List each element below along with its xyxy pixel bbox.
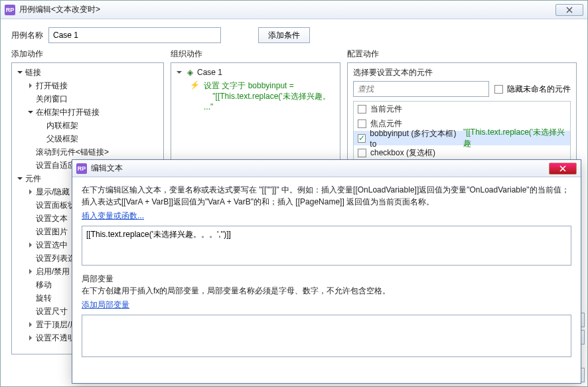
tree-node-label: 打开链接	[35, 80, 68, 92]
widget-search-input[interactable]	[353, 81, 489, 97]
widget-list: 当前元件焦点元件✓bobbyinput (多行文本框) to "[[This.t…	[353, 101, 571, 161]
tree-node-label: 设置图片	[35, 226, 68, 238]
configure-action-head: 配置动作	[347, 48, 577, 60]
tree-node-label: 设置文本	[35, 213, 68, 224]
case-label: Case 1	[197, 68, 222, 77]
app-icon: RP	[5, 5, 15, 15]
tree-node-label: 设置不透明	[35, 333, 76, 344]
chevron-right-icon	[27, 83, 35, 88]
chevron-right-icon	[27, 322, 35, 327]
tree-node-label: 设置尺寸	[35, 306, 68, 317]
tree-node[interactable]: 在框架中打开链接	[13, 106, 162, 119]
widget-item-value: "[[This.text.replace('未选择兴趣	[463, 127, 566, 149]
local-vars-head: 局部变量	[82, 273, 571, 285]
tree-node-label: 设置选中	[35, 240, 68, 251]
case-row[interactable]: ◈ Case 1	[175, 66, 336, 79]
case-name-input[interactable]	[48, 27, 221, 43]
checkbox-icon	[358, 119, 366, 128]
tree-node[interactable]: 内联框架	[13, 119, 162, 132]
tree-node-label: 关闭窗口	[35, 94, 68, 105]
tree-node-label: 链接	[24, 67, 41, 78]
checkbox-icon: ✓	[358, 134, 366, 143]
tree-node-label: 启用/禁用	[35, 266, 70, 277]
tree-node[interactable]: 链接	[13, 66, 162, 79]
titlebar: RP 用例编辑<文本改变时>	[1, 1, 587, 19]
add-action-head: 添加动作	[11, 48, 164, 60]
action-text: 设置 文字于 bobbyinput = "[[This.text.replace…	[204, 80, 336, 112]
tree-node-label: 显示/隐藏	[35, 187, 70, 198]
bolt-icon: ⚡	[190, 80, 200, 90]
hide-unnamed-checkbox[interactable]: 隐藏未命名的元件	[494, 82, 571, 96]
widget-list-item[interactable]: ✓bobbyinput (多行文本框) to "[[This.text.repl…	[354, 131, 570, 145]
chevron-right-icon	[27, 189, 35, 194]
chevron-down-icon	[16, 176, 24, 181]
edit-text-title: 编辑文本	[91, 163, 549, 174]
app-icon: RP	[76, 163, 87, 174]
widget-item-label: 当前元件	[370, 104, 402, 115]
tree-node-label: 旋转	[35, 293, 52, 304]
tree-node[interactable]: 关闭窗口	[13, 92, 162, 106]
tree-node[interactable]: 打开链接	[13, 79, 162, 92]
configure-search-row: 隐藏未命名的元件	[353, 81, 571, 97]
action-row[interactable]: ⚡ 设置 文字于 bobbyinput = "[[This.text.repla…	[175, 79, 336, 114]
hide-unnamed-label: 隐藏未命名的元件	[507, 84, 571, 95]
edit-text-description: 在下方编辑区输入文本，变量名称或表达式要写在 "[[""]]" 中。例如：插入变…	[82, 184, 571, 208]
tree-node-label: 内联框架	[45, 120, 78, 131]
checkbox-icon	[494, 85, 503, 94]
add-local-variable-link[interactable]: 添加局部变量	[82, 299, 571, 311]
add-condition-button[interactable]: 添加条件	[258, 27, 310, 43]
window-title: 用例编辑<文本改变时>	[19, 4, 555, 15]
edit-text-body: 在下方编辑区输入文本，变量名称或表达式要写在 "[[""]]" 中。例如：插入变…	[72, 177, 581, 383]
window-close-button[interactable]	[555, 4, 583, 16]
insert-variable-link[interactable]: 插入变量或函数...	[82, 210, 571, 222]
chevron-down-icon	[175, 70, 183, 75]
tree-node-label: 设置自适应	[35, 160, 76, 171]
dialog-close-button[interactable]	[549, 163, 577, 175]
close-icon	[566, 7, 573, 13]
configure-subtitle: 选择要设置文本的元件	[353, 67, 571, 78]
tree-node-label: 在框架中打开链接	[35, 107, 100, 118]
case-form-row: 用例名称 添加条件	[1, 19, 587, 48]
chevron-down-icon	[27, 110, 35, 115]
close-icon	[559, 165, 566, 172]
tree-node-label: 设置面板状	[35, 200, 76, 211]
tree-node-label: 元件	[24, 173, 41, 185]
tree-node[interactable]: 父级框架	[13, 132, 162, 145]
tree-node-label: 父级框架	[45, 133, 78, 145]
widget-list-item[interactable]: 当前元件	[354, 102, 570, 116]
tree-node[interactable]: 滚动到元件<锚链接>	[13, 145, 162, 159]
edit-text-titlebar: RP 编辑文本	[72, 160, 581, 177]
edit-text-dialog: RP 编辑文本 在下方编辑区输入文本，变量名称或表达式要写在 "[[""]]" …	[72, 159, 581, 384]
tree-node-label: 设置列表选	[35, 253, 76, 264]
chevron-right-icon	[27, 335, 35, 341]
expression-textarea[interactable]	[82, 226, 571, 266]
case-name-label: 用例名称	[11, 30, 43, 41]
widget-item-label: bobbyinput (多行文本框) to	[370, 128, 459, 149]
chevron-right-icon	[27, 269, 35, 274]
local-vars-list[interactable]	[82, 315, 571, 357]
tree-node-label: 滚动到元件<锚链接>	[35, 147, 109, 158]
organize-action-head: 组织动作	[171, 48, 340, 60]
widget-item-label: checkbox (复选框)	[370, 147, 435, 159]
local-vars-description: 在下方创建用于插入fx的局部变量，局部变量名称必须是字母、数字，不允许包含空格。	[82, 285, 571, 297]
chevron-down-icon	[16, 70, 24, 75]
tree-node-label: 移动	[35, 279, 52, 291]
checkbox-icon	[358, 149, 366, 157]
case-icon: ◈	[187, 68, 193, 77]
chevron-right-icon	[27, 242, 35, 248]
checkbox-icon	[358, 105, 366, 114]
